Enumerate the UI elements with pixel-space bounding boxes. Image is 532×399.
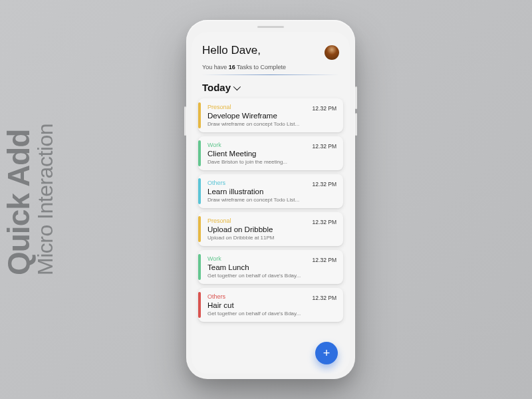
task-card[interactable]: Others Hair cut Get together on behalf o… <box>198 288 343 322</box>
background-title-line2: Micro Interaction <box>35 124 57 275</box>
task-title: Upload on Dribbble <box>207 225 336 233</box>
task-time: 12.32 PM <box>313 181 336 188</box>
background-title-line1: Quick Add <box>3 124 35 275</box>
task-desc: Upload on Dribbble at 11PM <box>207 235 336 241</box>
divider <box>202 74 339 75</box>
phone-frame: Hello Dave, You have 16 Tasks to Complet… <box>186 20 355 379</box>
task-desc: Get together on behalf of dave's Bday... <box>207 311 336 317</box>
task-card[interactable]: Work Client Meeting Dave Briston to join… <box>198 136 343 170</box>
avatar[interactable] <box>325 45 339 60</box>
task-desc: Draw wireframe on concept Todo List... <box>207 121 336 127</box>
category-stripe <box>198 140 201 166</box>
phone-side-button <box>184 106 186 136</box>
task-title: Develope Wireframe <box>207 112 336 120</box>
category-stripe <box>198 254 201 280</box>
phone-side-button <box>355 86 357 109</box>
task-summary-suffix: Tasks to Complete <box>235 64 286 70</box>
task-desc: Get together on behalf of dave's Bday... <box>207 273 336 279</box>
task-list: Presonal Develope Wireframe Draw wirefra… <box>192 98 350 332</box>
category-stripe <box>198 178 201 204</box>
task-time: 12.32 PM <box>313 257 336 263</box>
task-summary-prefix: You have <box>202 64 229 70</box>
greeting: Hello Dave, <box>202 44 261 57</box>
screen: Hello Dave, You have 16 Tasks to Complet… <box>192 32 350 374</box>
task-desc: Draw wireframe on concept Todo List... <box>207 197 336 203</box>
plus-icon: + <box>323 347 331 359</box>
phone-side-button <box>355 113 357 136</box>
header: Hello Dave, <box>192 44 350 60</box>
filter-dropdown[interactable]: Today <box>192 75 350 98</box>
task-time: 12.32 PM <box>313 143 336 150</box>
task-time: 12.32 PM <box>313 295 336 301</box>
task-title: Learn illustration <box>207 188 336 196</box>
task-card[interactable]: Work Team Lunch Get together on behalf o… <box>198 250 343 284</box>
background-title: Quick Add Micro Interaction <box>3 124 57 275</box>
task-desc: Dave Briston to join the meeting... <box>207 159 336 165</box>
category-stripe <box>198 216 201 242</box>
task-count: 16 <box>229 64 235 70</box>
task-card[interactable]: Others Learn illustration Draw wireframe… <box>198 174 343 208</box>
task-time: 12.32 PM <box>313 219 336 225</box>
task-title: Team Lunch <box>207 263 336 271</box>
task-summary: You have 16 Tasks to Complete <box>192 60 350 70</box>
filter-label: Today <box>202 82 231 93</box>
task-card[interactable]: Presonal Develope Wireframe Draw wirefra… <box>198 98 343 132</box>
task-title: Client Meeting <box>207 150 336 158</box>
task-time: 12.32 PM <box>313 105 336 112</box>
task-card[interactable]: Presonal Upload on Dribbble Upload on Dr… <box>198 212 343 246</box>
add-task-button[interactable]: + <box>315 342 338 364</box>
category-stripe <box>198 102 201 128</box>
chevron-down-icon <box>233 82 241 90</box>
category-stripe <box>198 292 201 318</box>
task-title: Hair cut <box>207 301 336 309</box>
